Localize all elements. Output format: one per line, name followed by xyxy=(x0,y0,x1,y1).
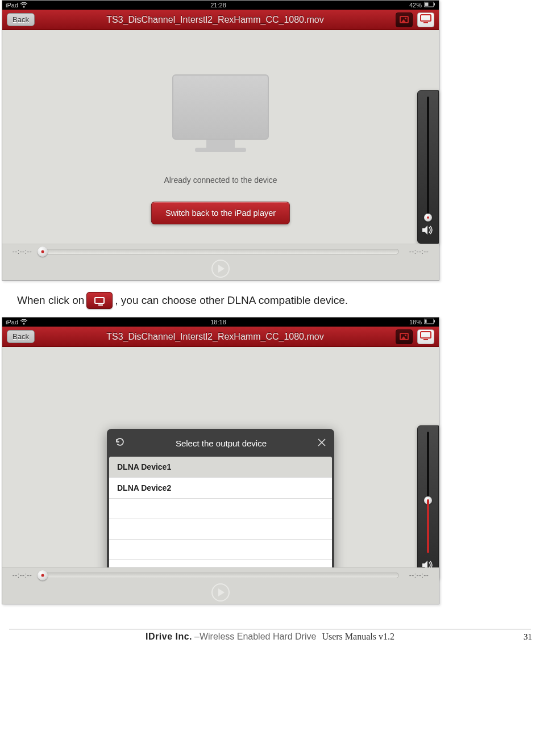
screenshot-select-device: iPad 18:18 18% Back TS3_DisChannel_Inter… xyxy=(2,317,439,604)
footer-company: IDrive Inc. xyxy=(146,632,192,642)
time-elapsed: --:--:-- xyxy=(9,571,35,579)
seek-knob[interactable] xyxy=(38,247,48,257)
seek-knob[interactable] xyxy=(38,570,48,580)
device-label: iPad xyxy=(6,2,18,9)
instruction-post: , you can choose other DLNA compatible d… xyxy=(115,294,348,307)
device-row[interactable]: DLNA Device1 xyxy=(109,457,332,478)
svg-rect-2 xyxy=(434,3,435,6)
device-label: iPad xyxy=(6,319,18,325)
popup-title: Select the output device xyxy=(176,438,267,448)
title-bar: Back TS3_DisChannel_Interstl2_RexHamm_CC… xyxy=(2,10,439,30)
svg-rect-4 xyxy=(423,22,428,23)
battery-pct: 42% xyxy=(409,2,422,9)
play-button[interactable] xyxy=(211,583,230,602)
svg-rect-3 xyxy=(421,15,431,21)
time-remaining: --:--:-- xyxy=(406,248,432,256)
seek-slider[interactable] xyxy=(42,249,399,254)
volume-slider[interactable] xyxy=(427,97,429,218)
page-number: 31 xyxy=(524,632,532,642)
seek-slider[interactable] xyxy=(42,573,399,578)
dlna-button-inline xyxy=(86,292,113,309)
device-row-empty xyxy=(109,499,332,519)
instruction-text: When click on , you can choose other DLN… xyxy=(17,292,540,309)
playback-bar: --:--:-- --:--:-- xyxy=(2,244,439,280)
device-row-empty xyxy=(109,519,332,540)
file-title: TS3_DisChannel_Interstl2_RexHamm_CC_1080… xyxy=(39,15,391,25)
play-button[interactable] xyxy=(211,260,230,278)
device-list: DLNA Device1 DLNA Device2 xyxy=(109,457,332,580)
clock: 21:28 xyxy=(210,2,226,9)
connection-status: Already connected to the device xyxy=(2,176,439,185)
back-button[interactable]: Back xyxy=(7,13,35,26)
footer-manual: Users Manuals v1.2 xyxy=(322,632,394,642)
screenshot-connected: iPad 21:28 42% Back TS3_DisChannel_Inter… xyxy=(2,0,439,281)
play-icon xyxy=(218,588,225,596)
volume-panel xyxy=(417,425,439,579)
status-bar: iPad 18:18 18% xyxy=(2,318,439,327)
svg-rect-9 xyxy=(421,332,431,338)
play-icon xyxy=(218,265,225,273)
playback-bar: --:--:-- --:--:-- xyxy=(2,567,439,604)
file-title: TS3_DisChannel_Interstl2_RexHamm_CC_1080… xyxy=(39,332,391,342)
close-icon[interactable] xyxy=(317,437,326,450)
player-body: Select the output device DLNA Device1 DL… xyxy=(2,347,439,604)
battery-pct: 18% xyxy=(409,319,422,325)
back-button[interactable]: Back xyxy=(7,330,35,343)
dlna-output-button[interactable] xyxy=(417,329,434,344)
time-elapsed: --:--:-- xyxy=(9,248,35,256)
battery-icon xyxy=(424,319,435,325)
picture-mode-button[interactable] xyxy=(396,329,413,344)
picture-icon xyxy=(400,16,409,23)
volume-knob[interactable] xyxy=(424,496,432,504)
volume-icon[interactable] xyxy=(422,225,434,237)
volume-knob[interactable] xyxy=(424,214,432,222)
refresh-icon[interactable] xyxy=(115,437,125,450)
volume-panel xyxy=(417,90,439,244)
instruction-pre: When click on xyxy=(17,294,84,307)
time-remaining: --:--:-- xyxy=(406,571,432,579)
title-bar: Back TS3_DisChannel_Interstl2_RexHamm_CC… xyxy=(2,327,439,347)
tv-icon xyxy=(420,331,431,343)
monitor-illustration xyxy=(172,74,269,152)
svg-marker-5 xyxy=(422,225,427,235)
wifi-icon xyxy=(20,319,27,325)
battery-icon xyxy=(424,2,435,9)
page-footer: IDrive Inc. –Wireless Enabled Hard Drive… xyxy=(9,629,531,642)
tv-icon xyxy=(420,14,431,26)
dlna-output-button[interactable] xyxy=(417,12,434,27)
device-row[interactable]: DLNA Device2 xyxy=(109,478,332,499)
volume-slider[interactable] xyxy=(427,432,429,553)
picture-icon xyxy=(400,333,409,340)
svg-rect-7 xyxy=(425,320,427,323)
switch-player-button[interactable]: Switch back to the iPad player xyxy=(151,202,290,224)
player-body: Already connected to the device Switch b… xyxy=(2,30,439,280)
svg-rect-10 xyxy=(423,339,428,340)
svg-rect-8 xyxy=(434,320,435,323)
device-row-empty xyxy=(109,540,332,560)
status-bar: iPad 21:28 42% xyxy=(2,1,439,10)
wifi-icon xyxy=(20,2,27,8)
output-device-popup: Select the output device DLNA Device1 DL… xyxy=(107,429,334,583)
footer-subtitle: –Wireless Enabled Hard Drive xyxy=(194,632,316,642)
tv-icon xyxy=(94,297,105,304)
clock: 18:18 xyxy=(210,319,226,325)
svg-rect-1 xyxy=(425,3,429,6)
picture-mode-button[interactable] xyxy=(396,12,413,27)
